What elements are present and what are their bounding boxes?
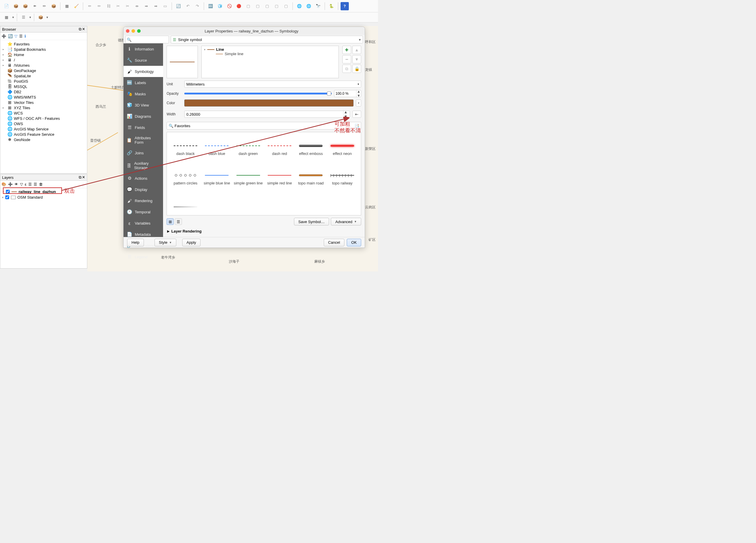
toolbar-new[interactable]: 📄 bbox=[2, 2, 11, 10]
move-down[interactable]: ▼ bbox=[352, 55, 361, 63]
sidebar-item-labels[interactable]: 🔤Labels bbox=[124, 77, 163, 88]
favorites-search[interactable]: 🔍 📑 bbox=[167, 122, 361, 129]
expand-icon[interactable]: ☰ bbox=[28, 182, 32, 186]
redo-icon[interactable]: ↷ bbox=[193, 2, 201, 10]
node-icon[interactable]: ⛓ bbox=[104, 2, 113, 10]
add-group-icon[interactable]: ➕ bbox=[8, 182, 13, 186]
sidebar-item-masks[interactable]: 🎭Masks bbox=[124, 88, 163, 99]
style-dash-green[interactable]: dash green bbox=[233, 135, 264, 165]
close-button[interactable] bbox=[126, 29, 129, 33]
browser-item[interactable]: 🌐OWS bbox=[1, 121, 86, 126]
sidebar-search[interactable]: 🔍 bbox=[125, 36, 169, 43]
edit-icon[interactable]: ✏ bbox=[86, 2, 94, 10]
browser-item[interactable]: 🌐WCS bbox=[1, 110, 86, 116]
sidebar-item-variables[interactable]: εVariables bbox=[124, 217, 163, 229]
label-red-icon[interactable]: 🔴 bbox=[235, 2, 243, 10]
browser-item[interactable]: 📦GeoPackage bbox=[1, 68, 86, 73]
rotate-icon[interactable]: 🔄 bbox=[174, 2, 183, 10]
label-off-icon[interactable]: 🚫 bbox=[225, 2, 234, 10]
toolbar-lcopy[interactable]: 📦 bbox=[50, 2, 58, 10]
undo-icon[interactable]: ↶ bbox=[184, 2, 192, 10]
favorites-input[interactable] bbox=[175, 124, 353, 128]
color-menu[interactable]: ▾ bbox=[356, 99, 361, 106]
remove-icon[interactable]: 🗑 bbox=[39, 182, 43, 186]
deselect-icon[interactable]: ☰ bbox=[19, 13, 28, 22]
unit-dropdown[interactable]: Millimeters▾ bbox=[184, 81, 361, 88]
grey-label-icon[interactable]: ▢ bbox=[254, 2, 262, 10]
browser-item[interactable]: ▸📑Spatial Bookmarks bbox=[1, 47, 86, 52]
sidebar-item-attributes-form[interactable]: 📋Attributes Form bbox=[124, 133, 163, 147]
browser-item[interactable]: ▸🖥/ bbox=[1, 57, 86, 63]
apply-button[interactable]: Apply bbox=[182, 239, 201, 246]
browser-item[interactable]: 🔷DB2 bbox=[1, 89, 86, 94]
sidebar-item-temporal[interactable]: 🕐Temporal bbox=[124, 206, 163, 217]
expression-icon[interactable]: ε bbox=[25, 182, 27, 186]
undock-icon[interactable]: ⧉ bbox=[79, 27, 81, 32]
collapse-icon[interactable]: ☰ bbox=[34, 182, 37, 186]
style-topo-railway[interactable]: topo railway bbox=[327, 165, 358, 194]
data-defined-override[interactable]: ⇤ bbox=[352, 111, 361, 118]
browser-item[interactable]: ▸⊞XYZ Tiles bbox=[1, 105, 86, 110]
browser-item[interactable]: 🪶SpatiaLite bbox=[1, 73, 86, 78]
browser-item[interactable]: ⊞Vector Tiles bbox=[1, 100, 86, 105]
lock-layer[interactable]: 🔒 bbox=[352, 65, 361, 73]
cube-icon[interactable]: 🧊 bbox=[216, 2, 224, 10]
width-spin[interactable]: ▲▼ bbox=[343, 110, 348, 119]
add-symbol-layer[interactable]: ✚ bbox=[342, 46, 351, 54]
sidebar-item-metadata[interactable]: 📄Metadata bbox=[124, 229, 163, 240]
sidebar-item-joins[interactable]: 🔗Joins bbox=[124, 147, 163, 158]
merge-icon[interactable]: ⇼ bbox=[133, 2, 141, 10]
browser-item[interactable]: 🐘PostGIS bbox=[1, 78, 86, 84]
toolbar-clear[interactable]: 🧹 bbox=[72, 2, 80, 10]
style-effect-neon[interactable]: effect neon bbox=[327, 135, 358, 165]
sidebar-search-input[interactable] bbox=[133, 37, 167, 42]
add-layer-icon[interactable]: ➕ bbox=[1, 34, 6, 38]
sidebar-item-actions[interactable]: ⚙Actions bbox=[124, 173, 163, 184]
properties-icon[interactable]: ℹ bbox=[24, 34, 26, 38]
label-icon[interactable]: 🔤 bbox=[206, 2, 215, 10]
browser-item[interactable]: ▸🖥/Volumes bbox=[1, 63, 86, 68]
sidebar-item-diagrams[interactable]: 📊Diagrams bbox=[124, 111, 163, 122]
save-symbol-button[interactable]: Save Symbol… bbox=[294, 218, 329, 225]
style-dash--black[interactable]: dash black bbox=[170, 135, 201, 165]
cancel-button[interactable]: Cancel bbox=[324, 239, 344, 246]
sidebar-item-rendering[interactable]: 🖌Rendering bbox=[124, 195, 163, 206]
titlebar[interactable]: Layer Properties — railway_line_dazhun —… bbox=[124, 27, 365, 35]
browser-item[interactable]: ❄GeoNode bbox=[1, 137, 86, 142]
symbol-layer-tree[interactable]: ▾Line Simple line bbox=[201, 46, 339, 78]
toolbar-vec[interactable]: 📦 bbox=[21, 2, 29, 10]
ok-button[interactable]: OK bbox=[347, 239, 361, 246]
binoculars-icon[interactable]: 🔭 bbox=[314, 2, 322, 10]
browser-item[interactable]: 🌐ArcGIS Map Service bbox=[1, 126, 86, 132]
cut-icon[interactable]: ✂ bbox=[123, 2, 132, 10]
style-topo-main-road[interactable]: topo main road bbox=[295, 165, 326, 194]
close-icon[interactable]: ✕ bbox=[82, 175, 85, 180]
sidebar-item-information[interactable]: ℹInformation bbox=[124, 43, 163, 55]
opacity-value[interactable]: 100.0 %▲▼ bbox=[334, 90, 361, 97]
minimize-button[interactable] bbox=[132, 29, 135, 33]
help-icon[interactable]: ? bbox=[341, 2, 349, 10]
style-grid[interactable]: dash blackdash bluedash greendash redeff… bbox=[167, 132, 361, 215]
arrow-icon[interactable]: ➡ bbox=[142, 2, 150, 10]
filter-icon[interactable]: ▽ bbox=[14, 34, 17, 38]
width-input[interactable]: 0.26000 ▲▼ bbox=[184, 111, 350, 118]
style-simple-green-line[interactable]: simple green line bbox=[233, 165, 264, 194]
opacity-slider[interactable] bbox=[184, 93, 332, 94]
toolbar-pencil[interactable]: ✏ bbox=[40, 2, 48, 10]
python-icon[interactable]: 🐍 bbox=[327, 2, 336, 10]
style-simple-red-line[interactable]: simple red line bbox=[264, 165, 295, 194]
visibility-icon[interactable]: 👁 bbox=[14, 182, 18, 186]
style-unnamed[interactable] bbox=[170, 194, 201, 215]
toolbar-addlayer[interactable]: 📦 bbox=[12, 2, 20, 10]
maximize-button[interactable] bbox=[137, 29, 141, 33]
style-button[interactable]: Style▼ bbox=[155, 239, 176, 246]
list-view-button[interactable]: ☰ bbox=[175, 218, 182, 225]
grid-view-button[interactable]: ⊞ bbox=[167, 218, 174, 225]
advanced-button[interactable]: Advanced▼ bbox=[331, 218, 361, 225]
toolbar-select[interactable]: ▦ bbox=[63, 2, 71, 10]
select-features-icon[interactable]: ▦ bbox=[2, 13, 11, 22]
grey-label-icon[interactable]: ▢ bbox=[263, 2, 271, 10]
style-dash-red[interactable]: dash red bbox=[264, 135, 295, 165]
sidebar-item-symbology[interactable]: 🖌Symbology bbox=[124, 66, 163, 77]
sidebar-item-fields[interactable]: ☰Fields bbox=[124, 122, 163, 133]
